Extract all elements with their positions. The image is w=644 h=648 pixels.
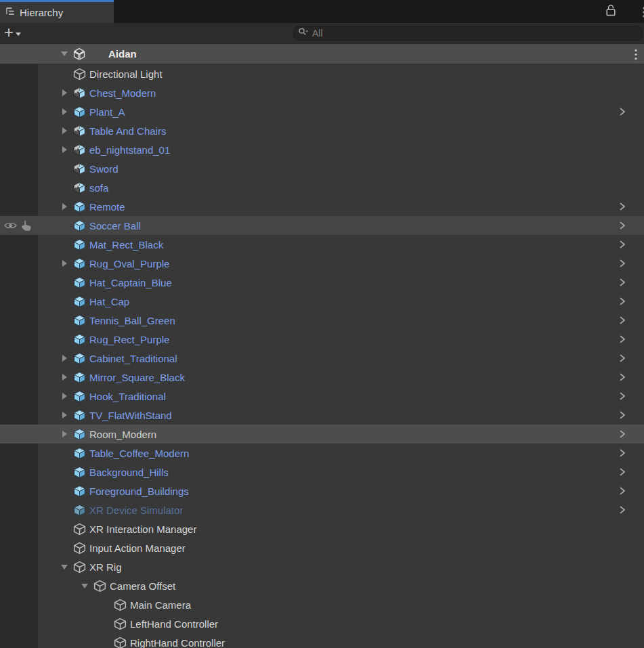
tree-row[interactable]: Mat_Rect_Black <box>0 235 644 254</box>
prefab-cube-icon <box>72 427 87 441</box>
tree-row[interactable]: Camera Offset <box>0 576 644 595</box>
unity-logo-icon <box>72 47 87 61</box>
indent-spacer <box>38 112 57 112</box>
unlocked-padlock-icon[interactable] <box>605 3 617 20</box>
open-prefab-chevron-icon[interactable] <box>618 372 627 385</box>
open-prefab-chevron-icon[interactable] <box>618 391 627 404</box>
open-prefab-chevron-icon[interactable] <box>618 316 627 328</box>
expand-arrow[interactable] <box>57 146 72 153</box>
prefab-cube-icon <box>72 370 87 384</box>
indent-spacer <box>38 150 57 150</box>
open-prefab-chevron-icon[interactable] <box>618 448 627 460</box>
tree-row[interactable]: Room_Modern <box>0 425 644 444</box>
object-label: Camera Offset <box>110 580 175 592</box>
tree-row[interactable]: Table And Chairs <box>0 121 644 140</box>
open-prefab-chevron-icon[interactable] <box>618 486 627 498</box>
gameobject-cube-icon <box>72 541 87 555</box>
expand-arrow[interactable] <box>57 51 72 56</box>
expand-arrow[interactable] <box>57 393 72 399</box>
scene-header-row[interactable]: Aidan <box>0 44 644 64</box>
pickability-hand-icon[interactable] <box>20 219 33 235</box>
open-prefab-chevron-icon[interactable] <box>618 467 627 479</box>
tree-row[interactable]: eb_nightstand_01 <box>0 140 644 159</box>
tree-row[interactable]: Background_Hills <box>0 462 644 481</box>
object-label: Background_Hills <box>89 467 169 478</box>
tree-row[interactable]: Foreground_Buildings <box>0 481 644 500</box>
expand-arrow[interactable] <box>57 412 72 418</box>
object-label: sofa <box>89 182 108 194</box>
hierarchy-tree: Directional LightChest_ModernPlant_ATabl… <box>0 64 644 648</box>
tree-row[interactable]: Plant_A <box>0 102 644 121</box>
tree-row[interactable]: Rug_Rect_Purple <box>0 330 644 349</box>
expand-arrow[interactable] <box>57 108 72 115</box>
open-prefab-chevron-icon[interactable] <box>618 410 627 423</box>
open-prefab-chevron-icon[interactable] <box>618 107 627 119</box>
magnifier-icon[interactable] <box>298 27 309 39</box>
expand-arrow[interactable] <box>57 203 72 210</box>
expand-arrow[interactable] <box>57 431 72 437</box>
tree-row[interactable]: RightHand Controller <box>0 633 644 648</box>
indent-spacer <box>38 169 57 169</box>
tree-row[interactable]: XR Interaction Manager <box>0 519 644 538</box>
tree-row[interactable]: Soccer Ball <box>0 216 644 235</box>
create-object-button[interactable]: + <box>4 24 21 41</box>
indent-spacer <box>38 301 57 302</box>
visibility-eye-icon[interactable] <box>3 219 18 234</box>
object-label: Rug_Oval_Purple <box>89 258 169 269</box>
expand-arrow[interactable] <box>57 89 72 96</box>
model-prefab-cube-icon <box>72 181 87 194</box>
expand-arrow[interactable] <box>57 565 72 569</box>
plus-icon: + <box>4 24 14 41</box>
expand-arrow[interactable] <box>77 584 92 588</box>
gameobject-cube-icon <box>92 579 107 592</box>
tree-row[interactable]: Hat_Captain_Blue <box>0 273 644 292</box>
expand-arrow[interactable] <box>57 127 72 134</box>
open-prefab-chevron-icon[interactable] <box>618 429 627 441</box>
open-prefab-chevron-icon[interactable] <box>618 259 627 271</box>
expand-arrow[interactable] <box>57 355 72 362</box>
open-prefab-chevron-icon[interactable] <box>618 278 627 290</box>
object-label: RightHand Controller <box>130 637 225 648</box>
tree-row[interactable]: Chest_Modern <box>0 83 644 102</box>
tree-row[interactable]: Tennis_Ball_Green <box>0 311 644 330</box>
panel-menu-kebab-icon[interactable] <box>641 5 644 22</box>
open-prefab-chevron-icon[interactable] <box>618 240 627 252</box>
object-label: Table And Chairs <box>89 125 166 137</box>
expand-arrow[interactable] <box>57 260 72 267</box>
indent-spacer <box>38 225 57 226</box>
prefab-cube-icon <box>72 105 87 118</box>
tree-row[interactable]: Hat_Cap <box>0 292 644 311</box>
expand-arrow[interactable] <box>57 374 72 381</box>
open-prefab-chevron-icon[interactable] <box>618 334 627 347</box>
open-prefab-chevron-icon[interactable] <box>618 221 627 233</box>
tree-row[interactable]: sofa <box>0 178 644 197</box>
object-label: Hook_Traditional <box>89 391 166 402</box>
search-input[interactable]: All <box>293 26 643 41</box>
open-prefab-chevron-icon[interactable] <box>618 297 627 309</box>
open-prefab-chevron-icon[interactable] <box>618 353 627 366</box>
tree-row[interactable]: Mirror_Square_Black <box>0 368 644 387</box>
tree-row[interactable]: Sword <box>0 159 644 178</box>
prefab-cube-icon <box>72 257 87 270</box>
tab-hierarchy[interactable]: Hierarchy <box>0 0 114 23</box>
object-label: eb_nightstand_01 <box>89 144 170 156</box>
open-prefab-chevron-icon[interactable] <box>618 505 627 517</box>
open-prefab-chevron-icon[interactable] <box>618 202 627 214</box>
tree-row[interactable]: Main Camera <box>0 595 644 614</box>
indent-spacer <box>38 605 98 605</box>
scene-menu-kebab-icon[interactable] <box>633 49 639 63</box>
tree-row[interactable]: Remote <box>0 197 644 216</box>
tree-row[interactable]: Table_Coffee_Modern <box>0 444 644 462</box>
tree-row[interactable]: Rug_Oval_Purple <box>0 254 644 273</box>
tree-row[interactable]: Directional Light <box>0 64 644 83</box>
indent-spacer <box>38 434 57 435</box>
tree-row[interactable]: Input Action Manager <box>0 538 644 557</box>
tree-row[interactable]: TV_FlatWithStand <box>0 406 644 425</box>
tree-row[interactable]: XR Rig <box>0 557 644 576</box>
tree-row[interactable]: LeftHand Controller <box>0 614 644 633</box>
tree-row[interactable]: XR Device Simulator <box>0 500 644 519</box>
gameobject-cube-icon <box>72 67 87 81</box>
tree-row[interactable]: Cabinet_Traditional <box>0 349 644 368</box>
tree-row[interactable]: Hook_Traditional <box>0 387 644 406</box>
indent-spacer <box>38 282 57 283</box>
